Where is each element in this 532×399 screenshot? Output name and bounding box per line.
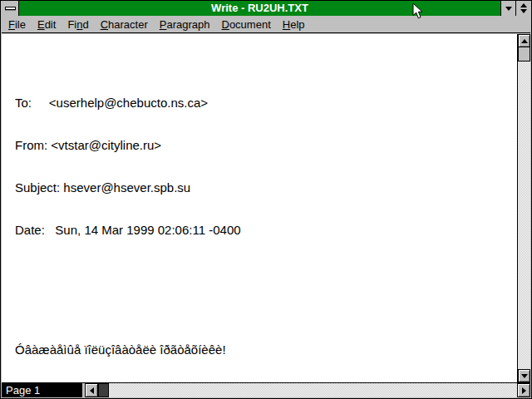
scroll-right-button[interactable] [517,383,530,397]
document-area[interactable]: To: <userhelp@chebucto.ns.ca> From: <vts… [2,34,519,382]
menu-item-file[interactable]: File [2,18,32,31]
body-line: Óâàæàåìûå ïîëüçîâàòåëè îðãòåõíèêè! [15,342,519,357]
write-window: Write - RU2UH.TXT File Edit Find Charact… [0,0,532,399]
menu-item-find[interactable]: Find [62,18,94,31]
restore-down-icon [520,9,527,13]
minimize-button[interactable] [500,1,515,16]
scroll-left-icon [90,387,94,394]
scroll-left-button[interactable] [85,383,98,397]
header-line-subject: Subject: hsever@hsever.spb.su [15,180,519,195]
header-line-date: Date: Sun, 14 Mar 1999 02:06:11 -0400 [15,223,519,237]
minimize-icon [505,7,512,11]
scroll-up-button[interactable] [518,34,530,47]
control-menu-button[interactable] [2,1,19,16]
menu-item-help[interactable]: Help [277,18,311,31]
header-line-to: To: <userhelp@chebucto.ns.ca> [15,96,519,110]
status-bar: Page 1 [2,382,530,397]
scroll-down-icon [521,374,528,378]
horizontal-scroll-track[interactable] [109,383,517,397]
vertical-scroll-track[interactable] [518,62,530,369]
horizontal-scrollbar [85,383,530,397]
scroll-right-icon [522,387,526,394]
header-line-from: From: <vtstar@cityline.ru> [15,138,519,152]
menu-item-paragraph[interactable]: Paragraph [154,18,216,31]
vertical-scroll-thumb[interactable] [518,47,530,62]
restore-up-icon [520,3,527,7]
menu-item-character[interactable]: Character [95,18,154,31]
menu-item-edit[interactable]: Edit [32,18,62,31]
horizontal-scroll-thumb[interactable] [98,383,109,397]
menu-item-document[interactable]: Document [216,18,277,31]
menu-bar: File Edit Find Character Paragraph Docum… [2,17,530,33]
vertical-scrollbar [517,34,530,382]
title-bar[interactable]: Write - RU2UH.TXT [2,1,530,16]
scroll-down-button[interactable] [518,369,530,382]
window-title: Write - RU2UH.TXT [19,1,500,16]
page-indicator: Page 1 [2,383,82,397]
restore-button[interactable] [515,1,530,16]
scroll-up-icon [521,39,528,43]
control-menu-icon [5,7,16,10]
